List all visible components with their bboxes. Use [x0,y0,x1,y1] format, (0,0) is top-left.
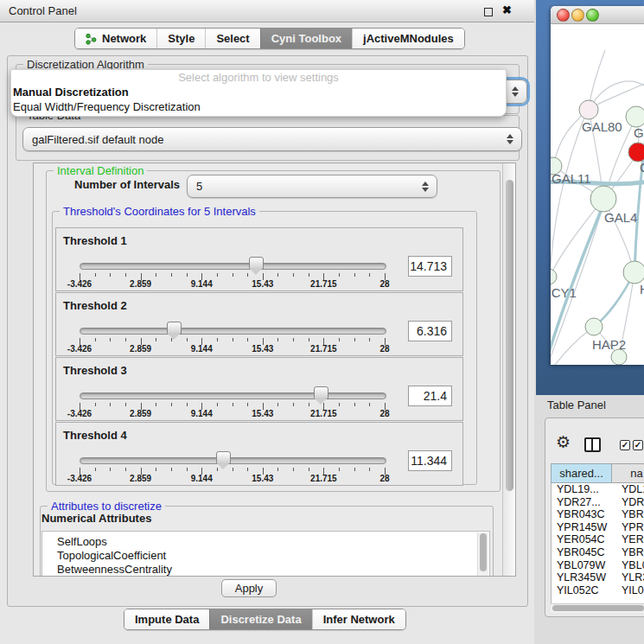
main-scrollbar-thumb[interactable] [506,180,513,491]
table-row[interactable]: YER054CYER0 [552,533,644,546]
threshold-value-field[interactable]: 6.316 [408,321,452,341]
slider-track[interactable] [80,392,386,399]
dropdown-option-equal-width[interactable]: Equal Width/Frequency Discretization [11,99,506,114]
attribute-item-betweennesscentrality[interactable]: BetweennessCentrality [42,563,489,577]
cell-shared-name: YIL052C [557,584,599,597]
column-header-name[interactable]: na [612,463,644,483]
tick-mark [110,468,111,471]
network-window: GAL80GCGAL11GAL4GCY1HHAP2 [551,6,644,365]
tick-mark [293,273,294,277]
column-layout-icon[interactable] [584,437,601,452]
tab-label: Infer Network [323,613,395,626]
cell-name: YBR0 [622,546,644,559]
panel-title: Control Panel [9,0,77,22]
node-label: GAL80 [582,119,622,134]
network-edge [551,329,590,365]
tab-network[interactable]: Network [75,29,156,48]
scale-label: 15.43 [252,279,273,289]
table-row[interactable]: YBR045CYBR0 [552,546,644,559]
tab-cyni-toolbox[interactable]: Cyni Toolbox [260,29,352,48]
threshold-value-field[interactable]: 11.344 [408,450,452,471]
scale-label: -3.426 [67,474,92,483]
slider-track[interactable] [80,263,386,270]
tick-mark [171,468,172,471]
close-traffic-light-icon[interactable] [557,9,570,22]
cell-name: YLR3 [622,571,644,584]
slider-track[interactable] [80,457,386,464]
control-panel: Control Panel ✖ NetworkStyleSelectCyni T… [0,0,534,644]
tick-mark [156,468,156,471]
apply-button[interactable]: Apply [221,579,277,597]
tick-mark [277,338,278,341]
threshold-label: Threshold 2 [63,299,127,312]
tab-impute-data[interactable]: Impute Data [124,609,209,629]
attribute-item-topologicalcoefficient[interactable]: TopologicalCoefficient [42,549,489,563]
scale-label: 9.144 [191,279,213,289]
table-hscrollbar[interactable] [551,603,644,613]
numerical-attributes-list[interactable]: SelfLoopsTopologicalCoefficientBetweenne… [41,531,490,577]
tab-style[interactable]: Style [156,29,205,48]
table-row[interactable]: YDR27...YDR2 [552,496,644,509]
threshold-value-field[interactable]: 21.4 [408,386,452,406]
network-node-h[interactable] [623,261,644,284]
table-row[interactable]: YLR345WYLR3 [552,571,644,584]
table-row[interactable]: YPR145WYPR1 [552,521,644,534]
network-node-gal80[interactable] [579,100,598,119]
cell-shared-name: YPR145W [557,521,607,534]
tick-mark [95,273,96,277]
slider-thumb[interactable] [249,257,264,270]
list-scrollbar[interactable] [477,532,488,577]
checkbox-icon[interactable]: ✓ [633,440,643,450]
number-of-intervals-combobox[interactable]: 5 [187,175,437,198]
cell-name: YER0 [622,533,644,546]
tab-jactivemnodules[interactable]: jActiveMNodules [352,29,464,48]
cell-name: YBR0 [622,508,644,521]
slider-thumb[interactable] [314,386,328,399]
minimize-traffic-light-icon[interactable] [571,9,584,22]
tick-mark [125,403,126,406]
tab-discretize-data[interactable]: Discretize Data [209,609,311,629]
scale-label: 21.715 [310,279,337,289]
number-of-intervals-label: Number of Intervals [74,178,180,191]
network-node-hap2[interactable] [585,318,603,335]
dropdown-option-manual-discretization[interactable]: Manual Discretization [11,85,506,99]
network-node[interactable] [611,349,627,365]
gear-icon[interactable]: ⚙ [556,434,571,450]
tick-mark [233,273,233,277]
tick-mark [187,403,188,406]
cell-shared-name: YER054C [557,533,605,546]
table-row[interactable]: YBR043CYBR0 [552,508,644,521]
table-row[interactable]: YIL052CYIL0 [552,584,644,597]
network-node-gal4[interactable] [590,186,616,212]
network-canvas[interactable]: GAL80GCGAL11GAL4GCY1HHAP2 [551,24,644,365]
node-label: GAL11 [552,171,591,186]
slider-thumb[interactable] [216,451,231,464]
checkbox-icon[interactable]: ✓ [620,440,630,450]
table-hscrollbar-thumb[interactable] [552,605,644,611]
scale-label: 9.144 [191,474,213,483]
slider-thumb[interactable] [167,322,182,335]
tick-mark [233,403,233,406]
tick-mark [156,403,156,406]
table-data-combobox[interactable]: galFiltered.sif default node [22,127,522,151]
zoom-traffic-light-icon[interactable] [586,9,599,22]
slider-track[interactable] [80,328,386,335]
list-scrollbar-thumb[interactable] [480,533,487,571]
network-node-g[interactable] [626,106,644,127]
scale-label: 15.43 [252,344,273,354]
table-row[interactable]: YDL19...YDL1 [552,483,644,496]
close-icon[interactable]: ✖ [502,3,512,16]
main-scrollbar[interactable] [502,163,516,576]
attribute-item-selfloops[interactable]: SelfLoops [42,535,489,549]
column-header-shared-name[interactable]: shared... [551,463,612,483]
float-window-icon[interactable] [484,8,493,16]
network-node-c[interactable] [628,143,644,162]
tab-infer-network[interactable]: Infer Network [312,609,405,629]
table-row[interactable]: YBL079WYBL0 [552,559,644,572]
cell-shared-name: YBR043C [557,508,605,521]
network-edge [589,50,605,108]
tab-select[interactable]: Select [205,29,259,48]
threshold-value-field[interactable]: 14.713 [408,256,452,277]
control-panel-titlebar: Control Panel ✖ [0,0,534,22]
network-node-gcy1[interactable] [551,269,557,284]
